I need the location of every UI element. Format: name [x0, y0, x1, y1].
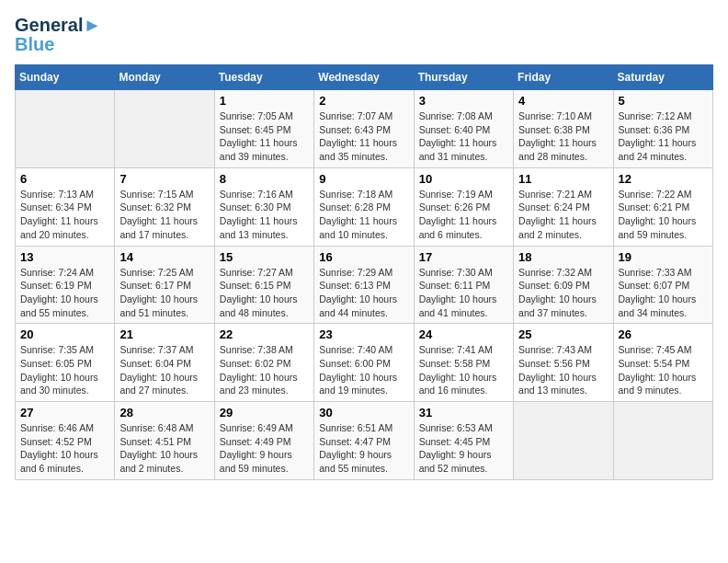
calendar-cell: 14Sunrise: 7:25 AMSunset: 6:17 PMDayligh…: [115, 246, 214, 324]
calendar-cell: 29Sunrise: 6:49 AMSunset: 4:49 PMDayligh…: [214, 402, 313, 480]
day-info: Sunrise: 6:51 AMSunset: 4:47 PMDaylight:…: [319, 421, 408, 476]
weekday-header-friday: Friday: [514, 65, 613, 90]
calendar-cell: 12Sunrise: 7:22 AMSunset: 6:21 PMDayligh…: [613, 167, 712, 246]
calendar-cell: 30Sunrise: 6:51 AMSunset: 4:47 PMDayligh…: [314, 402, 414, 480]
calendar-cell: [613, 402, 712, 480]
day-info: Sunrise: 7:27 AMSunset: 6:15 PMDaylight:…: [220, 266, 309, 320]
calendar-cell: 15Sunrise: 7:27 AMSunset: 6:15 PMDayligh…: [214, 246, 313, 324]
day-info: Sunrise: 6:49 AMSunset: 4:49 PMDaylight:…: [220, 421, 309, 476]
day-number: 30: [319, 406, 408, 419]
calendar-cell: 23Sunrise: 7:40 AMSunset: 6:00 PMDayligh…: [314, 324, 414, 402]
calendar-cell: 21Sunrise: 7:37 AMSunset: 6:04 PMDayligh…: [115, 324, 214, 402]
day-number: 23: [319, 327, 408, 341]
calendar-cell: 22Sunrise: 7:38 AMSunset: 6:02 PMDayligh…: [214, 324, 313, 402]
calendar-cell: 3Sunrise: 7:08 AMSunset: 6:40 PMDaylight…: [414, 90, 513, 168]
day-number: 6: [20, 172, 109, 186]
calendar-cell: 24Sunrise: 7:41 AMSunset: 5:58 PMDayligh…: [414, 324, 513, 402]
day-info: Sunrise: 7:43 AMSunset: 5:56 PMDaylight:…: [518, 343, 608, 397]
day-info: Sunrise: 7:45 AMSunset: 5:54 PMDaylight:…: [619, 343, 708, 397]
day-number: 2: [319, 94, 408, 108]
day-number: 5: [619, 94, 708, 108]
weekday-header-tuesday: Tuesday: [214, 65, 313, 90]
calendar-cell: 6Sunrise: 7:13 AMSunset: 6:34 PMDaylight…: [16, 167, 115, 246]
day-number: 8: [220, 172, 309, 186]
day-info: Sunrise: 7:16 AMSunset: 6:30 PMDaylight:…: [220, 188, 309, 242]
calendar-cell: 13Sunrise: 7:24 AMSunset: 6:19 PMDayligh…: [16, 246, 115, 324]
calendar-cell: 11Sunrise: 7:21 AMSunset: 6:24 PMDayligh…: [514, 167, 613, 246]
day-number: 27: [20, 406, 109, 419]
calendar-cell: 26Sunrise: 7:45 AMSunset: 5:54 PMDayligh…: [613, 324, 712, 402]
day-number: 26: [619, 327, 708, 341]
calendar-cell: [16, 90, 115, 168]
day-number: 24: [419, 327, 508, 341]
day-number: 16: [319, 250, 408, 264]
day-number: 18: [518, 250, 608, 264]
day-info: Sunrise: 7:33 AMSunset: 6:07 PMDaylight:…: [619, 266, 708, 320]
calendar-cell: 25Sunrise: 7:43 AMSunset: 5:56 PMDayligh…: [514, 324, 613, 402]
day-number: 1: [220, 94, 309, 108]
logo-text: General►: [15, 15, 101, 36]
day-info: Sunrise: 7:41 AMSunset: 5:58 PMDaylight:…: [419, 343, 508, 397]
day-info: Sunrise: 7:08 AMSunset: 6:40 PMDaylight:…: [419, 109, 508, 164]
calendar-cell: 28Sunrise: 6:48 AMSunset: 4:51 PMDayligh…: [115, 402, 214, 480]
day-info: Sunrise: 7:12 AMSunset: 6:36 PMDaylight:…: [619, 109, 708, 164]
calendar-cell: 18Sunrise: 7:32 AMSunset: 6:09 PMDayligh…: [514, 246, 613, 324]
day-number: 25: [518, 327, 608, 341]
weekday-header-wednesday: Wednesday: [314, 65, 414, 90]
day-info: Sunrise: 7:24 AMSunset: 6:19 PMDaylight:…: [20, 266, 109, 320]
logo: General► Blue: [15, 15, 101, 55]
day-info: Sunrise: 7:21 AMSunset: 6:24 PMDaylight:…: [518, 188, 608, 242]
calendar-cell: 7Sunrise: 7:15 AMSunset: 6:32 PMDaylight…: [115, 167, 214, 246]
day-number: 22: [220, 327, 309, 341]
day-info: Sunrise: 7:18 AMSunset: 6:28 PMDaylight:…: [319, 188, 408, 242]
day-number: 14: [119, 250, 209, 264]
day-number: 11: [518, 172, 608, 186]
calendar-cell: 19Sunrise: 7:33 AMSunset: 6:07 PMDayligh…: [613, 246, 712, 324]
day-number: 4: [518, 94, 608, 108]
day-info: Sunrise: 7:22 AMSunset: 6:21 PMDaylight:…: [619, 188, 708, 242]
day-info: Sunrise: 7:30 AMSunset: 6:11 PMDaylight:…: [419, 266, 508, 320]
day-info: Sunrise: 7:29 AMSunset: 6:13 PMDaylight:…: [319, 266, 408, 320]
day-info: Sunrise: 7:40 AMSunset: 6:00 PMDaylight:…: [319, 343, 408, 397]
day-info: Sunrise: 7:38 AMSunset: 6:02 PMDaylight:…: [220, 343, 309, 397]
calendar-table: SundayMondayTuesdayWednesdayThursdayFrid…: [15, 64, 713, 480]
day-number: 9: [319, 172, 408, 186]
day-number: 13: [20, 250, 109, 264]
calendar-cell: [115, 90, 214, 168]
day-info: Sunrise: 7:32 AMSunset: 6:09 PMDaylight:…: [518, 266, 608, 320]
calendar-cell: 8Sunrise: 7:16 AMSunset: 6:30 PMDaylight…: [214, 167, 313, 246]
day-number: 7: [119, 172, 209, 186]
day-number: 17: [419, 250, 508, 264]
weekday-header-thursday: Thursday: [414, 65, 513, 90]
day-info: Sunrise: 7:15 AMSunset: 6:32 PMDaylight:…: [119, 188, 209, 242]
day-number: 12: [619, 172, 708, 186]
day-number: 21: [119, 327, 209, 341]
weekday-header-saturday: Saturday: [613, 65, 712, 90]
weekday-header-sunday: Sunday: [16, 65, 115, 90]
page-header: General► Blue: [15, 15, 713, 55]
day-info: Sunrise: 7:19 AMSunset: 6:26 PMDaylight:…: [419, 188, 508, 242]
calendar-cell: 10Sunrise: 7:19 AMSunset: 6:26 PMDayligh…: [414, 167, 513, 246]
day-info: Sunrise: 7:07 AMSunset: 6:43 PMDaylight:…: [319, 109, 408, 164]
day-number: 19: [619, 250, 708, 264]
calendar-cell: 1Sunrise: 7:05 AMSunset: 6:45 PMDaylight…: [214, 90, 313, 168]
day-info: Sunrise: 6:46 AMSunset: 4:52 PMDaylight:…: [20, 421, 109, 476]
day-info: Sunrise: 7:37 AMSunset: 6:04 PMDaylight:…: [119, 343, 209, 397]
calendar-cell: 20Sunrise: 7:35 AMSunset: 6:05 PMDayligh…: [16, 324, 115, 402]
calendar-cell: 9Sunrise: 7:18 AMSunset: 6:28 PMDaylight…: [314, 167, 414, 246]
day-number: 31: [419, 406, 508, 419]
logo-subtext: Blue: [15, 34, 101, 55]
day-number: 3: [419, 94, 508, 108]
day-number: 29: [220, 406, 309, 419]
day-info: Sunrise: 6:53 AMSunset: 4:45 PMDaylight:…: [419, 421, 508, 476]
day-number: 15: [220, 250, 309, 264]
day-info: Sunrise: 7:25 AMSunset: 6:17 PMDaylight:…: [119, 266, 209, 320]
calendar-cell: 2Sunrise: 7:07 AMSunset: 6:43 PMDaylight…: [314, 90, 414, 168]
weekday-header-monday: Monday: [115, 65, 214, 90]
calendar-cell: 16Sunrise: 7:29 AMSunset: 6:13 PMDayligh…: [314, 246, 414, 324]
day-number: 28: [119, 406, 209, 419]
calendar-cell: 17Sunrise: 7:30 AMSunset: 6:11 PMDayligh…: [414, 246, 513, 324]
day-info: Sunrise: 7:10 AMSunset: 6:38 PMDaylight:…: [518, 109, 608, 164]
day-info: Sunrise: 7:35 AMSunset: 6:05 PMDaylight:…: [20, 343, 109, 397]
day-info: Sunrise: 6:48 AMSunset: 4:51 PMDaylight:…: [119, 421, 209, 476]
